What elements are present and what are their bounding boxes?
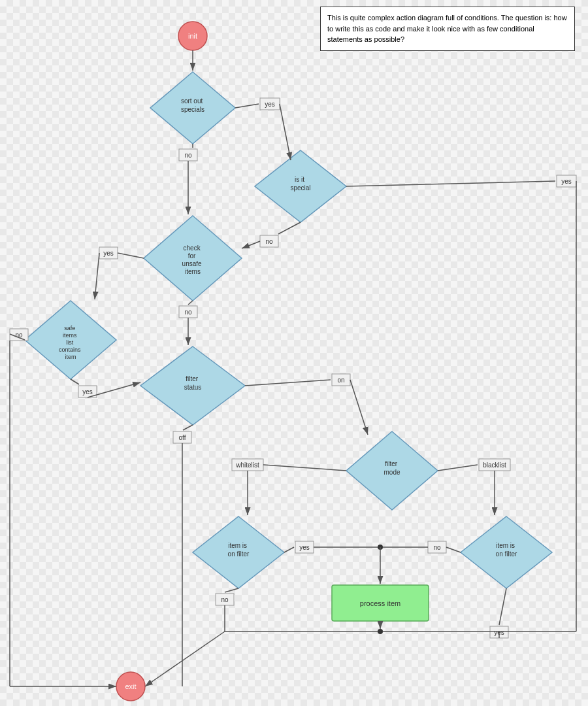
no-text-sort: no	[184, 152, 192, 159]
line-unsafe-yes	[118, 253, 144, 258]
note-box: This is quite complex action diagram ful…	[320, 7, 575, 51]
no-text-unsafe2: no	[184, 309, 192, 316]
no-text-right-filter: no	[433, 544, 441, 551]
line-rightfilter-no	[446, 547, 461, 552]
check-unsafe-label: check for unsafe items	[182, 244, 204, 275]
note-text: This is quite complex action diagram ful…	[327, 14, 567, 43]
line-mode-whitelist	[263, 465, 346, 471]
line-filter-off	[183, 425, 193, 430]
process-item-label: process item	[360, 599, 400, 607]
line-mode-blacklist	[438, 465, 478, 471]
arrow-yes-isspecial	[280, 104, 291, 160]
line-rightfilter-yes	[499, 588, 506, 625]
arrow-no-checkunsafe2	[242, 241, 260, 248]
line-isspecial-yes	[346, 181, 555, 186]
junction-dot-bottom	[378, 629, 383, 634]
line-unsafe-no	[188, 301, 193, 305]
yes-text-safe: yes	[82, 388, 93, 395]
arrow-bottom-exit	[145, 631, 225, 686]
line-filter-on	[245, 380, 331, 386]
arrow-on-filtermode	[350, 380, 368, 435]
on-text: on	[337, 377, 344, 384]
off-text: off	[179, 434, 186, 441]
line-isspecial-no	[278, 222, 301, 234]
yes-text-left-filter: yes	[299, 544, 310, 551]
arrow-yes-safeitems	[95, 253, 99, 299]
whitelist-text: whitelist	[235, 462, 259, 469]
blacklist-text: blacklist	[483, 462, 506, 469]
line-sort-yes	[235, 104, 259, 108]
yes-text-unsafe: yes	[103, 250, 114, 257]
diagram-svg: init sort out specials yes is it special…	[0, 0, 588, 706]
line-safe-yes	[71, 379, 79, 384]
no-text-isspecial: no	[265, 238, 273, 245]
yes-text-sort: yes	[265, 101, 275, 108]
yes-text-special: yes	[561, 178, 572, 185]
no-text-left-filter: no	[221, 596, 229, 603]
init-label: init	[188, 32, 197, 40]
exit-label: exit	[125, 682, 136, 690]
line-leftfilter-no	[225, 588, 238, 592]
line-leftfilter-yes	[284, 547, 294, 552]
diagram-container: This is quite complex action diagram ful…	[0, 0, 588, 706]
